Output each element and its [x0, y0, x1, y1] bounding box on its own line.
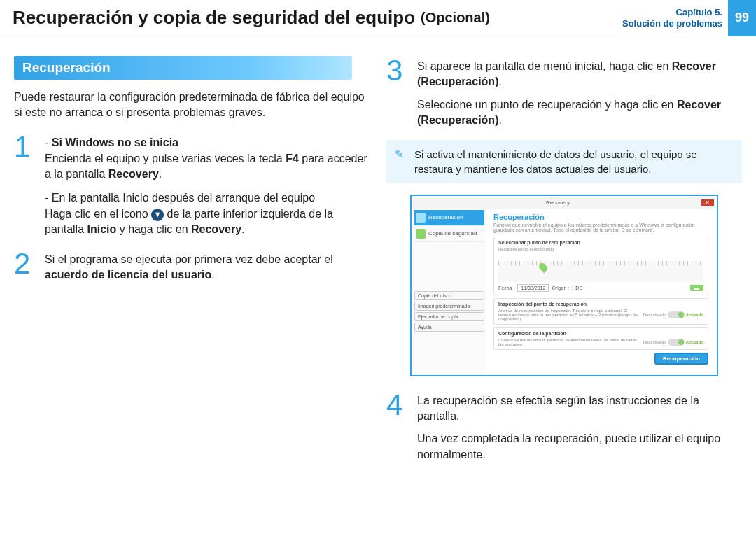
step-1a-key: F4 [286, 153, 299, 164]
panel1-sub: Recupera punto seleccionado [498, 247, 704, 251]
info-callout: Si activa el mantenimiento de datos del … [386, 140, 742, 183]
panel1-heading: Seleccionar punto de recuperación [498, 240, 704, 245]
mock-main-heading: Recuperación [493, 213, 708, 221]
mock-panel-select-point: Seleccionar punto de recuperación Recupe… [493, 237, 708, 295]
section-heading-recuperacion: Recuperación [14, 56, 352, 80]
mock-recover-button: Recuperación [654, 353, 708, 365]
chapter-line1: Capítulo 5. [622, 7, 722, 18]
toggle-off-label: Desactivado [643, 313, 666, 317]
side-btn-help: Ayuda [414, 323, 484, 332]
content-columns: Recuperación Puede restaurar la configur… [0, 36, 756, 484]
date-label: Fecha : [498, 285, 514, 290]
step-4-p2: Una vez completada la recuperación, pued… [417, 431, 742, 463]
step-3-p2b: . [498, 114, 501, 126]
toggle-switch-icon [668, 339, 685, 346]
hdd-badge: ▬ [690, 285, 704, 291]
close-icon: ✕ [701, 199, 714, 206]
mock-main-sub: Función que devuelve el equipo a los val… [493, 223, 708, 232]
step-number: 4 [386, 390, 417, 463]
down-arrow-icon: ▼ [151, 209, 164, 221]
step-1a-title: Si Windows no se inicia [52, 136, 178, 148]
page-header: Recuperación y copia de seguridad del eq… [0, 0, 756, 36]
header-right: Capítulo 5. Solución de problemas 99 [622, 0, 756, 36]
step-number: 3 [386, 56, 417, 129]
toggle-on-label: Activado [686, 313, 704, 317]
step-2-bold: acuerdo de licencia del usuario [45, 269, 211, 281]
step-1-body: - Si Windows no se inicia Encienda el eq… [45, 132, 370, 237]
step-1b-mid: y haga clic en [116, 223, 191, 235]
step-1a-end: . [159, 168, 162, 180]
mock-panel-partition: Configuración de la partición Cuando se … [493, 327, 708, 350]
step-3-p2a: Seleccione un punto de recuperación y ha… [417, 99, 677, 111]
step-3-p1b: . [498, 76, 501, 87]
step-1b-end: . [241, 223, 244, 235]
side-btn-default-image: Imagen predeterminada [414, 302, 484, 311]
toggle-on-label: Activado [686, 340, 704, 344]
step-1b-lead: En la pantalla Inicio después del arranq… [52, 192, 315, 204]
mock-main-panel: Recuperación Función que devuelve el equ… [486, 209, 715, 374]
sidebar-label: Copia de seguridad [428, 230, 477, 237]
recovery-timeline [498, 261, 704, 282]
step-2-text2: . [211, 269, 214, 281]
origin-value: HDD [572, 285, 582, 290]
step-1b-bold2: Recovery [191, 223, 241, 235]
step-2: 2 Si el programa se ejecuta por primera … [14, 249, 370, 283]
step-1: 1 - Si Windows no se inicia Encienda el … [14, 132, 370, 237]
step-2-text1: Si el programa se ejecuta por primera ve… [45, 253, 333, 265]
step-1a-bold: Recovery [108, 168, 159, 180]
step-1b-bold1: Inicio [88, 223, 117, 235]
date-value: 11/08/2012 [517, 284, 549, 292]
side-btn-copy-admin: Ejec adm de copia [414, 312, 484, 321]
mock-titlebar: Recovery ✕ [413, 197, 715, 209]
step-1-sub-b: - En la pantalla Inicio después del arra… [45, 190, 370, 237]
step-3-body: Si aparece la pantalla de menú inicial, … [417, 56, 742, 129]
step-4-body: La recuperación se efectúa según las ins… [417, 390, 742, 463]
panel2-heading: Inspección del punto de recuperación [498, 302, 704, 306]
right-column: 3 Si aparece la pantalla de menú inicial… [386, 56, 742, 474]
recovery-icon [416, 213, 426, 223]
page-number-badge: 99 [728, 0, 756, 36]
intro-paragraph: Puede restaurar la configuración predete… [14, 90, 370, 120]
step-4: 4 La recuperación se efectúa según las i… [386, 390, 742, 463]
step-1b-text1: Haga clic en el icono [45, 208, 151, 220]
panel2-body: Archivo de recuperación de inspección. R… [498, 309, 640, 321]
step-number: 2 [14, 249, 45, 283]
mock-panel-inspection: Inspección del punto de recuperación Arc… [493, 298, 708, 325]
step-2-body: Si el programa se ejecuta por primera ve… [45, 249, 370, 283]
sidebar-label: Recuperación [428, 214, 463, 220]
toggle-off-label: Desactivado [643, 340, 666, 344]
mock-window-title: Recovery [546, 199, 570, 206]
backup-icon [416, 229, 426, 239]
step-1-sub-a: - Si Windows no se inicia Encienda el eq… [45, 135, 370, 182]
panel3-body: Cuando se restablezca la partición, se e… [498, 338, 640, 346]
page-title: Recuperación y copia de seguridad del eq… [0, 7, 415, 29]
side-btn-disk-copy: Copia del disco [414, 291, 484, 300]
toggle-switch-icon [668, 311, 685, 318]
chapter-line2: Solución de problemas [622, 18, 722, 29]
sidebar-item-backup: Copia de seguridad [414, 226, 484, 242]
page-title-optional: (Opcional) [421, 10, 490, 26]
left-column: Recuperación Puede restaurar la configur… [14, 56, 370, 474]
sidebar-item-recovery: Recuperación [414, 210, 484, 226]
mock-sidebar: Recuperación Copia de seguridad Copia de… [413, 209, 486, 374]
chapter-label: Capítulo 5. Solución de problemas [622, 7, 722, 29]
panel3-heading: Configuración de la partición [498, 331, 704, 336]
origin-label: Origen : [552, 285, 569, 290]
step-3: 3 Si aparece la pantalla de menú inicial… [386, 56, 742, 129]
step-number: 1 [14, 132, 45, 237]
step-1a-text1: Encienda el equipo y pulse varias veces … [45, 153, 286, 164]
step-4-p1: La recuperación se efectúa según las ins… [417, 393, 742, 425]
recovery-window-screenshot: Recovery ✕ Recuperación Copia de segurid… [410, 195, 718, 376]
step-3-p1a: Si aparece la pantalla de menú inicial, … [417, 60, 672, 72]
